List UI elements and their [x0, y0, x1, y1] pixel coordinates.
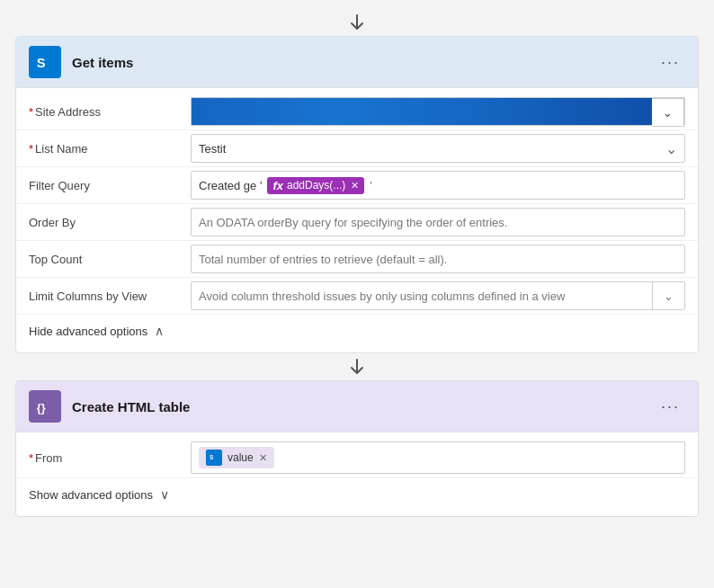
site-address-label: *Site Address — [29, 105, 191, 119]
html-table-icon: {} — [29, 390, 61, 423]
filter-query-control: Created ge ' fx addDays(...) ✕ ' — [191, 171, 685, 200]
top-count-label: Top Count — [29, 253, 191, 266]
create-html-table-body: *From S value ✕ Show — [16, 432, 698, 516]
order-by-input[interactable] — [191, 208, 685, 236]
top-arrow — [347, 13, 367, 32]
list-name-chevron-icon: ⌄ — [665, 140, 677, 157]
from-label: *From — [29, 451, 191, 465]
sharepoint-icon: S — [29, 46, 61, 78]
hide-advanced-toggle[interactable]: Hide advanced options ∧ — [16, 315, 698, 347]
filter-prefix-text: Created ge ' — [199, 179, 262, 192]
filter-suffix-text: ' — [370, 179, 371, 192]
svg-text:{}: {} — [37, 401, 46, 414]
top-count-row: Top Count — [16, 241, 698, 278]
filter-query-row: Filter Query Created ge ' fx addDays(...… — [16, 167, 698, 204]
list-name-label: *List Name — [29, 142, 191, 156]
from-control: S value ✕ — [191, 441, 685, 474]
order-by-row: Order By — [16, 204, 698, 241]
from-token-sp-icon: S — [206, 450, 222, 466]
get-items-more-button[interactable]: ··· — [656, 49, 685, 76]
filter-query-label: Filter Query — [29, 179, 191, 192]
site-address-control: ⌄ — [191, 97, 685, 126]
get-items-card: S Get items ··· *Site Address ⌄ *List Na… — [15, 36, 699, 353]
filter-query-input[interactable]: Created ge ' fx addDays(...) ✕ ' — [191, 171, 685, 200]
create-html-table-more-button[interactable]: ··· — [656, 394, 685, 420]
hide-advanced-label: Hide advanced options — [29, 325, 147, 338]
from-token-label: value — [228, 451, 254, 464]
middle-arrow — [347, 357, 367, 377]
list-name-row: *List Name Testit ⌄ — [16, 130, 698, 167]
get-items-header: S Get items ··· — [16, 37, 698, 88]
site-address-row: *Site Address ⌄ — [16, 94, 698, 130]
hide-advanced-chevron-icon: ∧ — [155, 324, 164, 338]
show-advanced-label: Show advanced options — [29, 488, 153, 502]
svg-text:S: S — [210, 454, 214, 460]
site-address-input[interactable]: ⌄ — [191, 97, 685, 126]
from-token-close[interactable]: ✕ — [259, 452, 267, 464]
limit-columns-label: Limit Columns by View — [29, 290, 191, 303]
svg-text:S: S — [37, 56, 46, 70]
top-count-input[interactable] — [191, 245, 685, 273]
filter-token[interactable]: fx addDays(...) ✕ — [267, 177, 364, 194]
create-html-table-header: {} Create HTML table ··· — [16, 381, 698, 432]
from-token[interactable]: S value ✕ — [199, 447, 274, 468]
fx-icon: fx — [272, 179, 283, 192]
create-html-table-card: {} Create HTML table ··· *From S — [15, 380, 699, 517]
from-input[interactable]: S value ✕ — [191, 441, 685, 474]
limit-columns-placeholder: Avoid column threshold issues by only us… — [199, 290, 652, 303]
list-name-control: Testit ⌄ — [191, 134, 685, 163]
limit-columns-chevron-icon[interactable]: ⌄ — [652, 282, 684, 309]
filter-token-close[interactable]: ✕ — [351, 180, 359, 192]
order-by-label: Order By — [29, 216, 191, 229]
filter-token-label: addDays(...) — [287, 179, 345, 192]
list-name-input[interactable]: Testit ⌄ — [191, 134, 685, 163]
limit-columns-input[interactable]: Avoid column threshold issues by only us… — [191, 281, 685, 310]
get-items-title: Get items — [72, 55, 656, 70]
order-by-control — [191, 208, 685, 236]
show-advanced-toggle[interactable]: Show advanced options ∨ — [16, 478, 698, 511]
site-address-dropdown-arrow[interactable]: ⌄ — [652, 98, 684, 127]
top-count-control — [191, 245, 685, 273]
from-row: *From S value ✕ — [16, 438, 698, 478]
show-advanced-chevron-icon: ∨ — [160, 487, 169, 502]
limit-columns-control: Avoid column threshold issues by only us… — [191, 281, 685, 310]
get-items-body: *Site Address ⌄ *List Name Testit ⌄ — [16, 88, 698, 352]
limit-columns-row: Limit Columns by View Avoid column thres… — [16, 278, 698, 315]
create-html-table-title: Create HTML table — [72, 399, 656, 414]
